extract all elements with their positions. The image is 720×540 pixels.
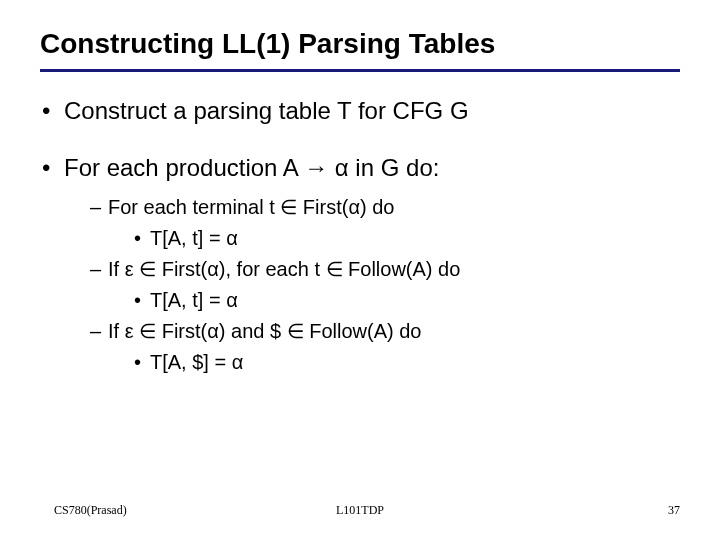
bullet-construct-table: Construct a parsing table T for CFG G	[40, 94, 680, 129]
sub-text: If ε ∈ First(α) and $ ∈ Follow(A) do	[108, 320, 421, 342]
footer-lecture-code: L101TDP	[0, 503, 720, 518]
slide-title: Constructing LL(1) Parsing Tables	[40, 26, 680, 61]
sub-list: For each terminal t ∈ First(α) do T[A, t…	[90, 192, 680, 378]
sub-text: For each terminal t ∈ First(α) do	[108, 196, 394, 218]
footer-page-number: 37	[668, 503, 680, 518]
bullet-text: For each production A → α in G do:	[64, 154, 439, 181]
sub-sub-list: T[A, t] = α	[134, 285, 680, 316]
assign-follow: T[A, t] = α	[134, 285, 680, 316]
assign-dollar: T[A, $] = α	[134, 347, 680, 378]
sub-first-terminal: For each terminal t ∈ First(α) do T[A, t…	[90, 192, 680, 254]
sub-epsilon-dollar: If ε ∈ First(α) and $ ∈ Follow(A) do T[A…	[90, 316, 680, 378]
bullet-for-each-production: For each production A → α in G do: For e…	[40, 151, 680, 378]
sub-epsilon-follow: If ε ∈ First(α), for each t ∈ Follow(A) …	[90, 254, 680, 316]
sub-sub-list: T[A, $] = α	[134, 347, 680, 378]
assign-first: T[A, t] = α	[134, 223, 680, 254]
title-underline	[40, 69, 680, 72]
bullet-list: Construct a parsing table T for CFG G Fo…	[40, 94, 680, 378]
sub-sub-list: T[A, t] = α	[134, 223, 680, 254]
sub-text: If ε ∈ First(α), for each t ∈ Follow(A) …	[108, 258, 460, 280]
slide: Constructing LL(1) Parsing Tables Constr…	[0, 0, 720, 540]
